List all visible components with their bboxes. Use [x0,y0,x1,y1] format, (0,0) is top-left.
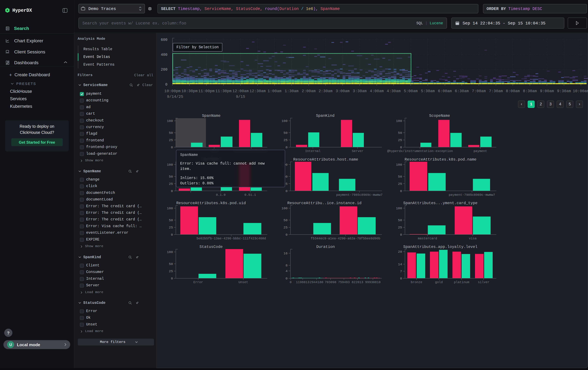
svg-text:0: 0 [400,233,402,237]
svg-text:50: 50 [398,219,402,222]
svg-text:100: 100 [396,119,402,123]
svg-text:9:00am: 9:00am [540,89,554,93]
svg-text:0: 0 [171,277,173,280]
svg-text:0: 0 [285,189,288,193]
svg-text:50: 50 [169,219,173,222]
svg-text:ResourceAttributes.host.name: ResourceAttributes.host.name [293,157,358,162]
svg-text:5e02b5fb-13ae-4296-bbbc-111f42: 5e02b5fb-13ae-4296-bbbc-111f423c460d [196,237,266,240]
svg-text:4: 4 [285,269,288,273]
svg-text:ResourceAttribu..ice.instance.: ResourceAttribu..ice.instance.id [287,201,362,205]
svg-text:100: 100 [282,207,288,210]
svg-text:25: 25 [398,182,402,186]
svg-text:Error: Error [193,280,203,284]
svg-text:1:30am: 1:30am [285,89,298,93]
svg-text:gold: gold [435,280,443,284]
svg-text:StatusCode: StatusCode [200,245,223,249]
svg-text:0: 0 [165,82,168,87]
svg-text:SpanName: SpanName [202,114,220,118]
svg-text:12:00am: 12:00am [232,89,249,93]
svg-text:0.51.1: 0.51.1 [244,193,256,197]
svg-text:759483: 759483 [338,280,350,284]
svg-text:@hyperdx/instrumentation-excep: @hyperdx/instrumentation-exception [387,149,453,153]
svg-text:ScopeName: ScopeName [429,114,450,118]
svg-text:7:00am: 7:00am [472,89,486,93]
svg-text:0: 0 [171,233,173,237]
svg-text:2:30am: 2:30am [319,89,333,93]
svg-text:200: 200 [161,68,168,72]
svg-text:100: 100 [167,119,173,123]
svg-text:25: 25 [398,138,402,142]
svg-text:1198813: 1198813 [296,280,309,284]
svg-text:6:00am: 6:00am [438,89,452,93]
svg-text:14: 14 [398,262,402,266]
svg-text:5:30am: 5:30am [421,89,435,93]
svg-text:ResourceAttributes.k8s.pod.uid: ResourceAttributes.k8s.pod.uid [176,201,246,205]
svg-text:11:30pm: 11:30pm [215,89,232,93]
svg-text:0: 0 [285,233,288,237]
svg-text:25: 25 [398,226,402,230]
svg-text:Internal: Internal [305,149,321,153]
svg-text:50: 50 [169,175,173,179]
svg-text:25: 25 [284,226,288,230]
svg-text:2:00am: 2:00am [302,89,315,93]
svg-text:bronze: bronze [411,280,422,284]
svg-text:28: 28 [398,250,402,254]
svg-text:mastercard: mastercard [418,237,437,240]
svg-text:f5344ec9-a1ea-4290-a62a-78f5be: f5344ec9-a1ea-4290-a62a-78f5bee8d90b [311,237,380,240]
svg-text:SpanAttributes...yment.card_ty: SpanAttributes...yment.card_type [403,201,478,205]
svg-text:Duration: Duration [316,245,335,249]
svg-text:0: 0 [285,277,288,280]
svg-text:3:30am: 3:30am [353,89,367,93]
svg-text:10:00am: 10:00am [573,89,588,93]
svg-text:10:00pm: 10:00pm [164,89,181,93]
svg-text:SpanKind: SpanKind [316,114,335,118]
svg-text:25: 25 [284,138,288,142]
svg-text:3:00am: 3:00am [336,89,349,93]
svg-text:9/14/25: 9/14/25 [167,95,183,99]
svg-text:0: 0 [400,277,402,280]
svg-text:703098: 703098 [325,280,336,284]
svg-text:0: 0 [290,280,292,284]
svg-text:4:00am: 4:00am [370,89,384,93]
svg-text:400: 400 [161,53,168,57]
svg-text:4:30am: 4:30am [387,89,400,93]
svg-text:Unset: Unset [239,280,248,284]
svg-text:25: 25 [169,182,173,186]
svg-text:7:30am: 7:30am [489,89,503,93]
svg-text:50: 50 [398,131,402,135]
svg-text:50: 50 [169,131,173,135]
svg-text:10:30pm: 10:30pm [181,89,198,93]
svg-text:0: 0 [285,146,288,149]
svg-text:8: 8 [285,264,288,267]
svg-text:silver: silver [478,280,489,284]
svg-text:2944180: 2944180 [310,280,323,284]
svg-text:50: 50 [284,131,288,135]
svg-text:6:30am: 6:30am [455,89,469,93]
svg-text:8:00am: 8:00am [506,89,520,93]
svg-text:Server: Server [352,149,363,153]
svg-text:platinum: platinum [454,280,469,284]
svg-text:25: 25 [169,270,173,273]
svg-text:25: 25 [169,226,173,230]
svg-text:600: 600 [161,38,168,42]
svg-text:100: 100 [396,207,402,210]
svg-text:822013: 822013 [352,280,363,284]
svg-text:payment-7985c8969c-mwmw7: payment-7985c8969c-mwmw7 [336,193,383,197]
svg-text:0: 0 [400,146,402,149]
svg-text:100: 100 [282,119,288,123]
svg-text:50: 50 [284,219,288,222]
svg-text:0: 0 [171,146,173,149]
svg-text:11:00pm: 11:00pm [198,89,215,93]
svg-text:9/15: 9/15 [236,95,245,99]
svg-text:25: 25 [169,138,173,142]
svg-text:9:30am: 9:30am [557,89,571,93]
svg-text:0: 0 [171,189,173,193]
svg-text:visa: visa [469,237,477,240]
svg-text:100: 100 [167,163,173,167]
svg-text:100: 100 [396,163,402,167]
svg-text:payment-7985c8969c-mwmw7: payment-7985c8969c-mwmw7 [449,193,495,197]
svg-text:7: 7 [400,270,402,273]
svg-text:0: 0 [400,189,402,193]
svg-text:50: 50 [169,262,173,266]
svg-text:100: 100 [167,250,173,254]
